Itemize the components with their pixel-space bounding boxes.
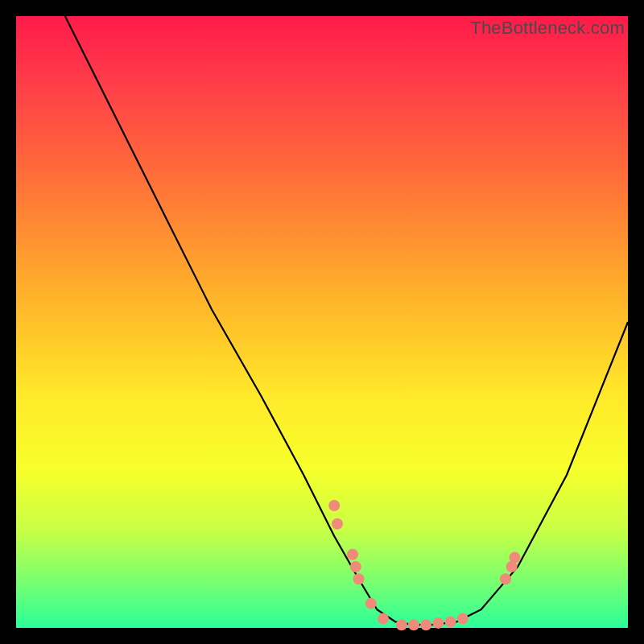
data-point [328, 500, 340, 511]
data-point [509, 552, 520, 564]
chart-frame: TheBottleneck.com [16, 16, 628, 628]
data-points-group [328, 500, 520, 630]
data-point [396, 619, 407, 630]
data-point [350, 561, 361, 572]
chart-overlay-svg [16, 16, 628, 628]
data-point [378, 613, 389, 625]
data-point [457, 613, 469, 625]
bottleneck-curve [65, 16, 628, 625]
data-point [408, 619, 419, 630]
data-point [432, 617, 444, 629]
data-point [353, 573, 365, 584]
data-point [347, 549, 358, 560]
data-point [365, 598, 377, 609]
data-point [420, 619, 431, 630]
data-point [445, 616, 456, 627]
data-point [332, 518, 343, 530]
data-point [500, 573, 511, 584]
